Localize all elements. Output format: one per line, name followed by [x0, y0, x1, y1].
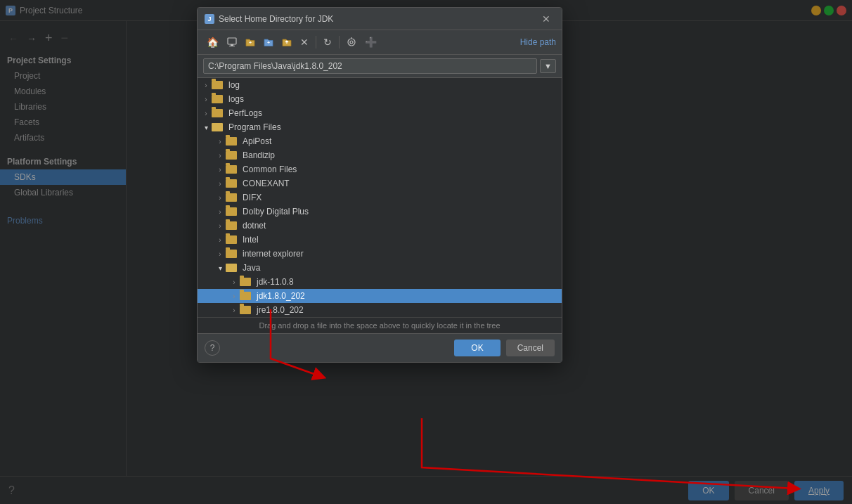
home-button[interactable]: 🏠: [203, 34, 222, 50]
tree-arrow-icon: ›: [214, 194, 226, 202]
dialog-overlay: J Select Home Directory for JDK ✕ 🏠 + + …: [0, 0, 852, 504]
tree-arrow-icon: ›: [200, 82, 212, 89]
tree-item[interactable]: ›jre1.8.0_202: [198, 303, 562, 317]
dialog-toolbar: 🏠 + + ✕ ↻ ➕ Hide path: [198, 30, 562, 55]
tree-item-label: Intel: [243, 235, 259, 245]
folder-icon: [226, 193, 237, 202]
tree-arrow-icon: ▾: [200, 124, 212, 131]
folder-icon: [212, 81, 223, 89]
tree-item-label: PerfLogs: [228, 108, 262, 118]
hide-path-button[interactable]: Hide path: [520, 37, 556, 47]
tree-item-label: CONEXANT: [243, 179, 290, 188]
dialog-btn-group: OK Cancel: [454, 340, 555, 356]
tree-item[interactable]: ›jdk1.8.0_202: [198, 289, 562, 303]
folder-icon: [226, 137, 237, 146]
dialog-tree[interactable]: ›log›logs›PerfLogs▾Program Files›ApiPost…: [198, 78, 562, 317]
tree-item[interactable]: ›DIFX: [198, 190, 562, 205]
up-folder-button[interactable]: [278, 35, 295, 49]
tree-item-label: Bandizip: [243, 150, 275, 160]
path-dropdown-button[interactable]: ▼: [540, 59, 556, 73]
svg-rect-0: [228, 38, 236, 44]
dialog-title-bar: J Select Home Directory for JDK ✕: [198, 8, 562, 30]
dialog-bottom: ? OK Cancel: [198, 333, 562, 362]
tree-item[interactable]: ›Dolby Digital Plus: [198, 205, 562, 219]
add-button[interactable]: ➕: [361, 34, 380, 50]
tree-item[interactable]: ›jdk-11.0.8: [198, 275, 562, 289]
toolbar-sep-1: [316, 36, 316, 49]
dialog-title-left: J Select Home Directory for JDK: [205, 14, 333, 24]
folder-icon: [226, 221, 237, 230]
svg-rect-2: [229, 46, 235, 46]
svg-rect-1: [231, 44, 233, 46]
tree-arrow-icon: ▾: [214, 264, 226, 272]
dialog-hint: Drag and drop a file into the space abov…: [198, 317, 562, 333]
tree-arrow-icon: ›: [228, 278, 240, 286]
tree-arrow-icon: ›: [228, 292, 240, 300]
new-folder2-button[interactable]: +: [260, 35, 277, 49]
delete-button[interactable]: ✕: [297, 34, 312, 50]
folder-icon: [240, 278, 251, 286]
tree-arrow-icon: ›: [214, 250, 226, 258]
tree-item[interactable]: ›ApiPost: [198, 134, 562, 148]
tree-arrow-icon: ›: [214, 236, 226, 244]
tree-item[interactable]: ›Common Files: [198, 162, 562, 176]
tree-arrow-icon: ›: [214, 222, 226, 230]
tree-arrow-icon: ›: [214, 166, 226, 174]
tree-arrow-icon: ›: [200, 110, 212, 117]
tree-item[interactable]: ›Intel: [198, 233, 562, 247]
dialog-ok-button[interactable]: OK: [454, 340, 500, 356]
red-arrow-2: [337, 397, 830, 504]
dialog-icon: J: [205, 14, 214, 24]
tree-item-label: Program Files: [228, 122, 281, 132]
tree-item-label: logs: [228, 94, 244, 104]
toolbar-sep-2: [339, 36, 340, 49]
dialog-close-button[interactable]: ✕: [538, 12, 555, 26]
path-input[interactable]: [203, 58, 537, 74]
folder-icon: [240, 292, 251, 300]
tree-item[interactable]: ›CONEXANT: [198, 176, 562, 190]
new-folder-button[interactable]: +: [242, 35, 259, 49]
tree-item-label: jre1.8.0_202: [257, 305, 304, 315]
folder-icon: [226, 250, 237, 258]
svg-point-6: [350, 41, 353, 44]
tree-item[interactable]: ›Bandizip: [198, 148, 562, 162]
svg-text:+: +: [249, 40, 252, 45]
dialog-help-button[interactable]: ?: [205, 340, 220, 356]
tree-arrow-icon: ›: [200, 96, 212, 103]
tree-item-label: Common Files: [243, 164, 297, 174]
tree-item[interactable]: ▾Program Files: [198, 120, 562, 134]
tree-item-label: jdk1.8.0_202: [257, 291, 305, 301]
folder-icon: [226, 264, 237, 272]
folder-icon: [212, 109, 223, 117]
tree-arrow-icon: ›: [214, 152, 226, 160]
svg-text:+: +: [267, 40, 270, 45]
folder-icon: [226, 179, 237, 188]
tree-item-label: DIFX: [243, 193, 262, 202]
tree-arrow-icon: ›: [214, 208, 226, 216]
dialog-path-bar: ▼: [198, 55, 562, 78]
folder-icon: [226, 235, 237, 244]
tree-item[interactable]: ›logs: [198, 92, 562, 106]
tree-arrow-icon: ›: [214, 138, 226, 146]
folder-icon: [226, 165, 237, 174]
tree-item[interactable]: ▾Java: [198, 261, 562, 275]
dialog-cancel-button[interactable]: Cancel: [506, 340, 555, 356]
tree-item-label: ApiPost: [243, 136, 271, 146]
folder-icon: [226, 207, 237, 216]
folder-icon: [212, 95, 223, 103]
tree-item-label: jdk-11.0.8: [257, 277, 294, 287]
select-jdk-dialog: J Select Home Directory for JDK ✕ 🏠 + + …: [197, 7, 562, 363]
folder-icon: [212, 123, 223, 131]
tree-item[interactable]: ›dotnet: [198, 219, 562, 233]
desktop-button[interactable]: [224, 35, 240, 49]
refresh-button[interactable]: ↻: [320, 34, 335, 50]
tree-item-label: internet explorer: [243, 249, 304, 259]
tree-item-label: Java: [243, 263, 260, 273]
tree-item[interactable]: ›internet explorer: [198, 247, 562, 261]
folder-icon: [240, 306, 251, 314]
bookmark-button[interactable]: [343, 35, 360, 49]
tree-item[interactable]: ›PerfLogs: [198, 106, 562, 120]
tree-item[interactable]: ›log: [198, 78, 562, 92]
tree-arrow-icon: ›: [228, 306, 240, 314]
tree-item-label: dotnet: [243, 221, 266, 231]
